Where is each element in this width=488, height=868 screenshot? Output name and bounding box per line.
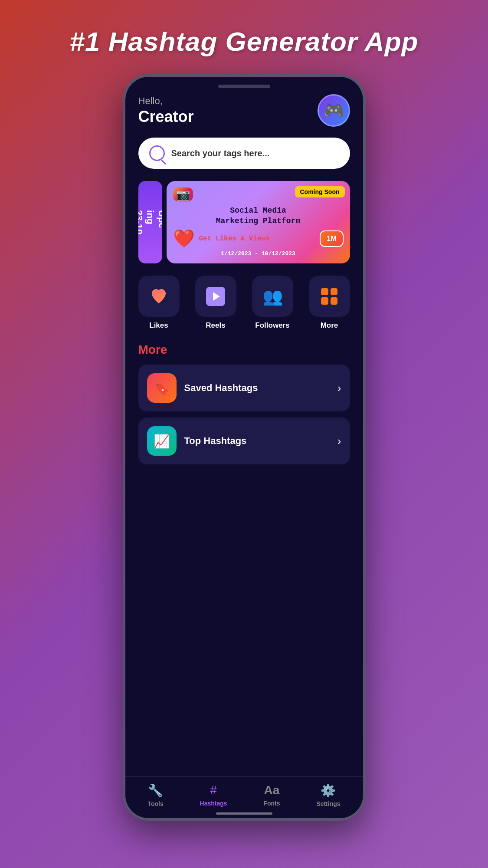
saved-hashtags-arrow: › xyxy=(337,381,341,395)
search-placeholder-text: Search your tags here... xyxy=(171,148,270,158)
banner-platform-title: Social MediaMarketing Platform xyxy=(173,206,344,226)
milestone-badge: 1M xyxy=(320,230,343,247)
likes-label: Likes xyxy=(149,321,168,330)
saved-hashtags-item[interactable]: 🔖 Saved Hashtags › xyxy=(138,365,350,411)
search-bar[interactable]: Search your tags here... xyxy=(138,138,350,169)
nav-hashtags[interactable]: # Hashtags xyxy=(200,783,227,807)
top-icon-box: 📈 xyxy=(147,426,177,456)
fonts-icon: Aa xyxy=(264,783,280,797)
bottom-nav: 🔧 Tools # Hashtags Aa Fonts ⚙️ Settings xyxy=(125,776,363,818)
home-indicator xyxy=(216,812,272,815)
reels-play-icon xyxy=(206,287,225,306)
avatar[interactable]: 🎮 xyxy=(318,94,350,127)
phone-frame: Hello, Creator 🎮 Search your tags here..… xyxy=(123,74,366,821)
saved-icon-box: 🔖 xyxy=(147,373,177,403)
app-header: Hello, Creator 🎮 xyxy=(138,94,350,127)
reels-label: Reels xyxy=(206,321,225,330)
gamepad-icon: 🎮 xyxy=(324,101,344,120)
more-label: More xyxy=(321,321,338,330)
instagram-icon: 📷 xyxy=(173,187,193,201)
more-icon-box xyxy=(309,276,350,317)
action-followers[interactable]: 👥 Followers xyxy=(252,276,293,330)
greeting-text: Hello, xyxy=(138,95,194,107)
page-title: #1 Hashtag Generator App xyxy=(70,26,419,57)
banner-left-text: Upcing23-10 xyxy=(138,210,162,234)
heart-icon xyxy=(149,287,168,306)
action-likes[interactable]: Likes xyxy=(138,276,180,330)
heart-icon: ❤️ xyxy=(173,228,195,249)
followers-label: Followers xyxy=(255,321,289,330)
top-hashtags-arrow: › xyxy=(337,434,341,448)
fonts-label: Fonts xyxy=(263,800,280,807)
search-icon xyxy=(149,145,165,161)
quick-actions-row: Likes Reels 👥 Followers xyxy=(138,276,350,330)
more-section-title: More xyxy=(138,343,350,357)
nav-fonts[interactable]: Aa Fonts xyxy=(263,783,280,807)
nav-tools[interactable]: 🔧 Tools xyxy=(147,783,163,807)
banner-main-card[interactable]: Coming Soon 📷 Social MediaMarketing Plat… xyxy=(167,181,350,263)
action-more[interactable]: More xyxy=(309,276,350,330)
settings-icon: ⚙️ xyxy=(321,783,336,798)
saved-hashtags-label: Saved Hashtags xyxy=(184,382,330,394)
hashtag-icon: # xyxy=(210,783,217,797)
banner-carousel: Upcing23-10 Coming Soon 📷 Social MediaMa… xyxy=(138,181,350,263)
tools-label: Tools xyxy=(147,800,163,807)
get-likes-text: Get Likes & Views xyxy=(199,235,270,243)
followers-icon-box: 👥 xyxy=(252,276,293,317)
top-hashtags-label: Top Hashtags xyxy=(184,435,330,447)
top-hashtags-item[interactable]: 📈 Top Hashtags › xyxy=(138,418,350,464)
likes-icon-box xyxy=(138,276,180,317)
nav-settings[interactable]: ⚙️ Settings xyxy=(316,783,340,807)
tools-icon: 🔧 xyxy=(148,783,163,798)
banner-left-card: Upcing23-10 xyxy=(138,181,162,263)
action-reels[interactable]: Reels xyxy=(195,276,236,330)
grid-icon xyxy=(321,288,337,305)
hashtags-label: Hashtags xyxy=(200,800,227,807)
followers-icon: 👥 xyxy=(262,287,283,306)
banner-bottom-row: ❤️ Get Likes & Views 1M xyxy=(173,228,344,249)
coming-soon-badge: Coming Soon xyxy=(295,186,345,197)
settings-label: Settings xyxy=(316,800,340,807)
username-text: Creator xyxy=(138,108,194,126)
reels-icon-box xyxy=(195,276,236,317)
more-section: More 🔖 Saved Hashtags › 📈 Top Hashtags › xyxy=(138,343,350,464)
date-range-text: 1/12/2023 - 10/12/2023 xyxy=(173,250,344,257)
